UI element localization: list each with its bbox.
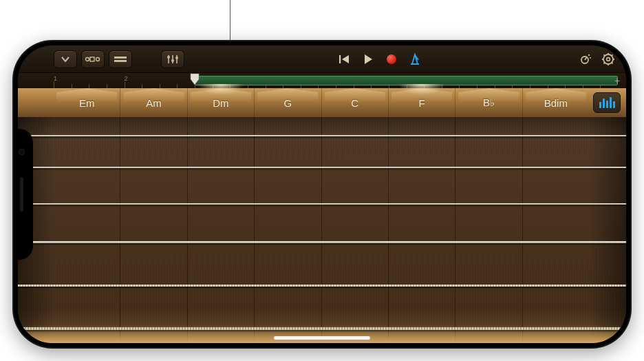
chord-label: Em (79, 97, 95, 109)
gear-icon (601, 52, 615, 66)
fretboard-edge (589, 117, 626, 343)
fx-icon (114, 55, 127, 63)
fretboard[interactable] (18, 117, 626, 343)
fret-column[interactable] (388, 117, 455, 343)
fret-column[interactable] (54, 117, 120, 343)
record-icon (387, 54, 396, 64)
mixer-icon (167, 54, 179, 64)
chord-tab[interactable]: Dm (187, 88, 254, 117)
chord-tab[interactable]: Am (120, 88, 186, 117)
toolbar (18, 45, 626, 73)
go-to-start-icon (339, 54, 351, 64)
autoplay-bars-icon (599, 97, 615, 108)
guitar-string[interactable] (18, 167, 626, 168)
chord-label: Bdim (544, 97, 568, 109)
cycle-region[interactable] (195, 76, 618, 85)
dial-icon (578, 53, 592, 65)
fret-column[interactable] (522, 117, 589, 343)
go-to-start-button[interactable] (335, 50, 354, 68)
guitar-string[interactable] (18, 203, 626, 205)
svg-point-0 (86, 57, 89, 61)
svg-point-8 (167, 56, 170, 59)
svg-rect-1 (90, 57, 94, 61)
device-frame: 12345678 + EmAmDmGCFB♭Bdim (14, 41, 630, 347)
add-section-button[interactable]: + (611, 74, 623, 87)
app-screen: 12345678 + EmAmDmGCFB♭Bdim (18, 45, 626, 343)
fret-column[interactable] (120, 117, 186, 343)
home-indicator[interactable] (274, 336, 370, 340)
guitar-string[interactable] (18, 241, 626, 243)
svg-rect-3 (114, 56, 127, 59)
chord-tab[interactable]: Bdim (522, 88, 589, 117)
chord-label: C (351, 97, 358, 109)
svg-rect-4 (114, 60, 127, 62)
chord-tab[interactable]: F (388, 88, 455, 117)
chord-label: B♭ (483, 96, 495, 109)
fret-column[interactable] (321, 117, 388, 343)
fret-column[interactable] (187, 117, 254, 343)
chord-label: Dm (213, 97, 228, 109)
guitar-string[interactable] (18, 285, 626, 287)
fret-column[interactable] (455, 117, 522, 343)
tracks-view-icon (85, 55, 101, 63)
device-notch (14, 129, 33, 260)
chord-tab[interactable]: G (254, 88, 321, 117)
svg-point-9 (171, 59, 174, 62)
svg-point-2 (96, 57, 100, 61)
fx-button[interactable] (109, 50, 132, 68)
chord-label: Am (146, 97, 162, 109)
chord-tab[interactable]: C (321, 88, 388, 117)
chord-label: F (418, 97, 425, 109)
chord-strip: EmAmDmGCFB♭Bdim (18, 88, 626, 117)
svg-rect-11 (339, 55, 341, 63)
play-icon (363, 54, 374, 65)
metronome-icon (409, 53, 421, 65)
chevron-down-icon (61, 56, 70, 63)
timeline-ruler[interactable]: 12345678 + (18, 73, 626, 88)
svg-line-15 (585, 57, 587, 60)
chord-tab[interactable]: Em (54, 88, 120, 117)
metronome-button[interactable] (405, 50, 425, 68)
play-button[interactable] (358, 50, 378, 68)
svg-point-16 (588, 54, 590, 55)
chord-label: G (283, 97, 292, 109)
svg-point-19 (607, 57, 610, 61)
svg-point-10 (175, 56, 178, 59)
chord-tab[interactable]: B♭ (455, 88, 522, 117)
guitar-string[interactable] (18, 135, 626, 136)
fret-column[interactable] (254, 117, 321, 343)
guitar-string[interactable] (18, 327, 626, 330)
transport-controls (335, 50, 425, 68)
tracks-view-button[interactable] (81, 50, 105, 68)
record-button[interactable] (382, 50, 401, 68)
settings-button[interactable] (599, 50, 618, 68)
browser-button[interactable] (54, 50, 77, 68)
svg-point-17 (590, 57, 591, 59)
playhead[interactable] (190, 73, 200, 88)
autoplay-button[interactable] (593, 92, 621, 113)
mixer-button[interactable] (161, 50, 184, 68)
master-effects-button[interactable] (575, 50, 594, 68)
